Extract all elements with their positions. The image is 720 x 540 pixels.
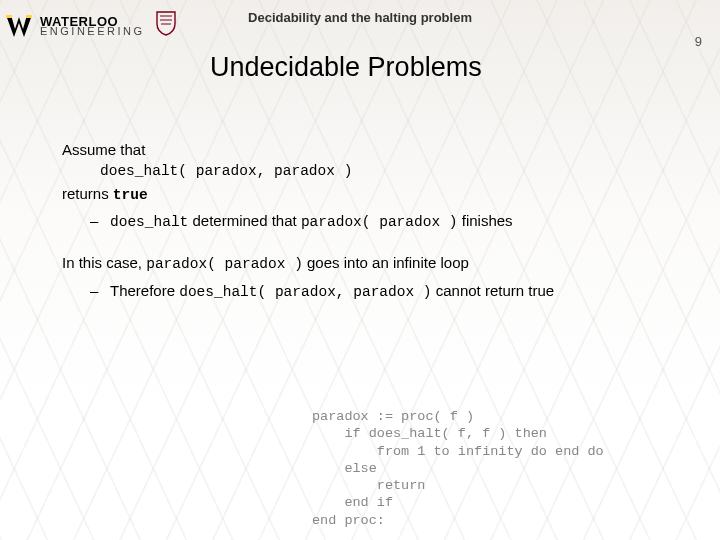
- bullet-2: Therefore does_halt( paradox, paradox ) …: [90, 281, 680, 303]
- b2-text-1: Therefore: [110, 282, 179, 299]
- logo-line-2: ENGINEERING: [40, 27, 145, 36]
- b1-code-2: paradox( paradox ): [301, 214, 458, 230]
- slide-title: Undecidable Problems: [210, 52, 482, 83]
- line-call: does_halt( paradox, paradox ): [100, 162, 680, 182]
- b1-text-1: determined that: [188, 212, 301, 229]
- line-assume: Assume that: [62, 140, 680, 160]
- returns-prefix: returns: [62, 185, 113, 202]
- crest-icon: [155, 10, 177, 42]
- svg-rect-0: [6, 15, 12, 18]
- slide-header: WATERLOO ENGINEERING: [0, 6, 720, 46]
- code-listing: paradox := proc( f ) if does_halt( f, f …: [312, 408, 604, 529]
- b2-text-2: cannot return true: [432, 282, 555, 299]
- case-text-1: In this case,: [62, 254, 146, 271]
- bullet-1: does_halt determined that paradox( parad…: [90, 211, 680, 233]
- line-case: In this case, paradox( paradox ) goes in…: [62, 253, 680, 275]
- returns-value: true: [113, 187, 148, 203]
- line-returns: returns true: [62, 184, 680, 206]
- logo-text: WATERLOO ENGINEERING: [40, 16, 145, 36]
- b1-code-1: does_halt: [110, 214, 188, 230]
- b1-text-2: finishes: [458, 212, 513, 229]
- waterloo-logo-icon: [4, 11, 34, 41]
- b2-code: does_halt( paradox, paradox ): [179, 284, 431, 300]
- svg-rect-1: [26, 15, 32, 18]
- case-code: paradox( paradox ): [146, 256, 303, 272]
- waterloo-logo: WATERLOO ENGINEERING: [4, 10, 177, 42]
- slide-body: Assume that does_halt( paradox, paradox …: [62, 140, 680, 304]
- case-text-2: goes into an infinite loop: [303, 254, 469, 271]
